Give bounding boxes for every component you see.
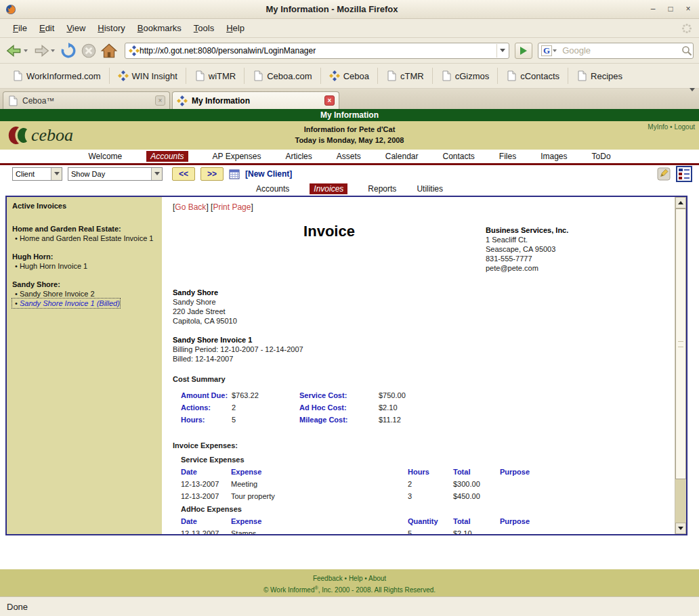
back-history-dropdown[interactable]: [24, 49, 28, 52]
minimize-button[interactable]: –: [648, 4, 658, 15]
sidebar-group-hugh-horn: Hugh Horn: • Hugh Horn Invoice 1: [12, 252, 156, 271]
list-item-selected[interactable]: • Sandy Shore Invoice 1 (Billed): [12, 299, 120, 308]
subnav-invoices[interactable]: Invoices: [310, 183, 347, 194]
maximize-button[interactable]: □: [665, 4, 676, 15]
bookmark-ceboa[interactable]: Ceboa: [321, 68, 378, 84]
site-favicon-sparkle-icon: [129, 45, 140, 56]
help-link[interactable]: Help: [349, 575, 363, 582]
menu-item-help[interactable]: Help: [220, 21, 251, 35]
nav-welcome[interactable]: Welcome: [88, 152, 122, 161]
feedback-link[interactable]: Feedback: [313, 575, 343, 582]
tab-close-icon[interactable]: ×: [324, 95, 335, 106]
go-back-link[interactable]: Go Back: [175, 202, 206, 212]
list-item[interactable]: • Hugh Horn Invoice 1: [12, 261, 156, 271]
magnifier-icon[interactable]: [681, 45, 692, 56]
new-client-link[interactable]: [New Client]: [245, 169, 292, 179]
bookmark-witmr[interactable]: wiTMR: [186, 68, 245, 84]
list-item[interactable]: • Sandy Shore Invoice 2: [12, 289, 156, 299]
nav-files[interactable]: Files: [499, 152, 516, 161]
url-history-dropdown[interactable]: [496, 44, 507, 58]
stop-button[interactable]: [80, 42, 98, 60]
mileage-cost-value: $11.12: [379, 414, 675, 426]
search-engine-icon[interactable]: G: [541, 45, 552, 56]
forward-button[interactable]: [33, 42, 57, 60]
scroll-down-button[interactable]: [675, 523, 686, 534]
myinfo-link[interactable]: MyInfo: [648, 123, 668, 131]
home-button[interactable]: [100, 42, 118, 60]
nav-articles[interactable]: Articles: [285, 152, 312, 161]
chevron-down-icon: [51, 168, 62, 180]
page-icon: [386, 70, 397, 81]
prev-button[interactable]: <<: [172, 167, 195, 181]
frame-scrollbar[interactable]: [675, 197, 686, 534]
subnav-utilities[interactable]: Utilities: [417, 184, 443, 194]
bookmark-ctmr[interactable]: cTMR: [378, 68, 433, 84]
calendar-icon[interactable]: [229, 169, 240, 179]
bookmark-cgizmos[interactable]: cGizmos: [433, 68, 499, 84]
welcome-line2: Today is Monday, May 12, 2008: [0, 135, 699, 146]
throbber-icon: [681, 23, 692, 34]
address-bar[interactable]: [125, 43, 509, 59]
about-link[interactable]: About: [368, 575, 386, 582]
client-select[interactable]: Client: [12, 167, 62, 181]
bookmark-recipes[interactable]: Recipes: [568, 68, 631, 84]
tab-close-icon[interactable]: ×: [155, 95, 165, 106]
scroll-up-button[interactable]: [675, 197, 686, 208]
back-button[interactable]: [5, 42, 30, 60]
nav-todo[interactable]: ToDo: [592, 152, 611, 161]
logout-link[interactable]: Logout: [674, 123, 695, 131]
tab-my-information[interactable]: My Information ×: [172, 91, 339, 109]
menu-item-file[interactable]: File: [7, 21, 33, 35]
invoice-list-icon[interactable]: [676, 166, 692, 182]
business-address: Business Services, Inc. 1 Seacliff Ct. S…: [486, 217, 568, 288]
status-text: Done: [7, 602, 28, 612]
nav-ap-expenses[interactable]: AP Expenses: [213, 152, 261, 161]
menu-item-bookmarks[interactable]: Bookmarks: [131, 21, 188, 35]
forward-history-dropdown[interactable]: [51, 49, 55, 52]
subnav-reports[interactable]: Reports: [368, 184, 396, 194]
bookmark-ceboa-com[interactable]: Ceboa.com: [245, 68, 320, 84]
page-icon: [7, 95, 18, 106]
tab-overflow-dropdown[interactable]: [690, 91, 695, 104]
service-expenses: Service Expenses Date Expense Hours Tota…: [181, 454, 675, 534]
search-input[interactable]: [559, 45, 681, 56]
nav-calendar[interactable]: Calendar: [385, 152, 419, 161]
invoice-pane: [Go Back] [Print Page] Invoice Business …: [162, 197, 675, 534]
menu-item-view[interactable]: View: [60, 21, 91, 35]
bookmark-ccontacts[interactable]: cContacts: [498, 68, 568, 84]
invoice-expenses: Invoice Expenses: Service Expenses Date …: [173, 441, 675, 534]
next-button[interactable]: >>: [200, 167, 224, 181]
table-cell: 12-13-2007: [181, 527, 231, 534]
arrow-up-icon: [678, 201, 683, 204]
list-item[interactable]: • Home and Garden Real Estate Invoice 1: [12, 234, 156, 243]
tab-ceboa[interactable]: Ceboa™ ×: [3, 91, 170, 109]
scrollbar-thumb[interactable]: [675, 208, 686, 479]
print-page-link[interactable]: Print Page: [213, 202, 251, 212]
table-cell: Stamps: [231, 527, 408, 534]
stop-icon: [80, 42, 98, 60]
edit-note-icon[interactable]: [657, 167, 671, 181]
window-title: My Information - Mozilla Firefox: [16, 4, 648, 14]
table-cell: Meeting: [231, 478, 408, 490]
reload-button[interactable]: [60, 42, 77, 60]
menu-item-edit[interactable]: Edit: [33, 21, 60, 35]
close-button[interactable]: ×: [683, 4, 694, 15]
go-button[interactable]: [515, 43, 532, 59]
bookmark-workinformed[interactable]: WorkInformed.com: [4, 68, 110, 84]
tab-bar: Ceboa™ × My Information ×: [0, 89, 699, 109]
table-cell: 12-13-2007: [181, 478, 231, 490]
search-engine-dropdown[interactable]: [553, 49, 557, 52]
nav-accounts[interactable]: Accounts: [146, 151, 188, 162]
scrollbar-track[interactable]: [675, 479, 686, 523]
view-select[interactable]: Show Day: [68, 167, 163, 181]
client-address: Sandy Shore Sandy Shore 220 Jade Street …: [173, 288, 675, 326]
menu-item-history[interactable]: History: [91, 21, 131, 35]
nav-assets[interactable]: Assets: [337, 152, 361, 161]
subnav-accounts[interactable]: Accounts: [256, 184, 289, 194]
menu-item-tools[interactable]: Tools: [188, 21, 220, 35]
search-bar[interactable]: G: [538, 43, 694, 59]
nav-images[interactable]: Images: [541, 152, 567, 161]
url-input[interactable]: [140, 46, 496, 56]
bookmark-win-insight[interactable]: WIN Insight: [110, 68, 186, 84]
nav-contacts[interactable]: Contacts: [442, 152, 474, 161]
